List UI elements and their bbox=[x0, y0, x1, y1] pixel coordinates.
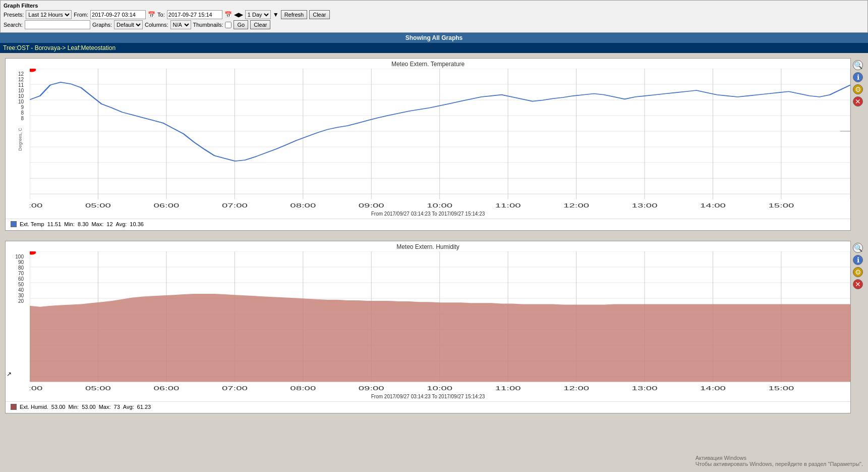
svg-text:06:00: 06:00 bbox=[153, 385, 179, 391]
temperature-current-value: 11.51 bbox=[47, 221, 62, 227]
humidity-graph-sidebar: 🔍 ℹ ⚙ ✕ bbox=[853, 241, 863, 289]
temperature-graph-container: Meteo Extern. Temperature Degrees, C 12 … bbox=[5, 58, 863, 231]
svg-text:06:00: 06:00 bbox=[153, 202, 179, 208]
svg-text:11:00: 11:00 bbox=[495, 385, 521, 391]
temperature-min-value: 8.30 bbox=[78, 221, 88, 227]
svg-rect-0 bbox=[30, 69, 850, 210]
svg-text:04:00: 04:00 bbox=[30, 385, 42, 391]
temperature-max-label: Max: bbox=[91, 221, 103, 227]
humidity-graph-area: 100 90 80 70 60 50 40 30 20 ↗ bbox=[6, 251, 850, 393]
columns-label: Columns: bbox=[145, 22, 168, 28]
search-label: Search: bbox=[4, 22, 23, 28]
svg-text:11:00: 11:00 bbox=[495, 202, 521, 208]
temperature-legend: Ext. Temp 11.51 Min: 8.30 Max: 12 Avg: 1… bbox=[6, 219, 850, 230]
humidity-avg-label: Avg: bbox=[123, 404, 134, 410]
humidity-resize-icon[interactable]: ↗ bbox=[7, 371, 12, 378]
svg-marker-62 bbox=[30, 294, 850, 382]
columns-select[interactable]: N/A bbox=[170, 20, 191, 29]
svg-text:05:00: 05:00 bbox=[85, 385, 111, 391]
humidity-min-value: 53.00 bbox=[82, 404, 96, 410]
svg-text:12:00: 12:00 bbox=[563, 385, 589, 391]
humidity-min-label: Min: bbox=[68, 404, 79, 410]
humidity-x-axis-label: From 2017/09/27 03:14:23 To 2017/09/27 1… bbox=[6, 393, 850, 401]
temperature-avg-label: Avg: bbox=[116, 221, 127, 227]
humidity-graph-panel: Meteo Extern. Humidity 100 90 80 70 60 5… bbox=[5, 241, 851, 413]
svg-text:09:00: 09:00 bbox=[359, 202, 384, 208]
temperature-chart-svg: 04:00 05:00 06:00 07:00 08:00 09:00 10:0… bbox=[30, 69, 850, 210]
svg-text:10:00: 10:00 bbox=[427, 202, 452, 208]
svg-text:07:00: 07:00 bbox=[222, 202, 248, 208]
step-select[interactable]: 1 Day bbox=[245, 10, 271, 19]
humidity-delete-btn[interactable]: ✕ bbox=[853, 279, 863, 289]
svg-text:14:00: 14:00 bbox=[700, 385, 726, 391]
svg-text:04:00: 04:00 bbox=[30, 202, 42, 208]
svg-text:05:00: 05:00 bbox=[85, 202, 111, 208]
clear-button-1[interactable]: Clear bbox=[309, 10, 329, 19]
svg-text:10:00: 10:00 bbox=[427, 385, 452, 391]
temperature-delete-btn[interactable]: ✕ bbox=[853, 96, 863, 107]
humidity-graph-container: Meteo Extern. Humidity 100 90 80 70 60 5… bbox=[5, 241, 863, 413]
from-input[interactable] bbox=[90, 10, 146, 19]
svg-text:14:00: 14:00 bbox=[700, 202, 726, 208]
humidity-current-value: 53.00 bbox=[51, 404, 66, 410]
humidity-zoom-btn[interactable]: 🔍 bbox=[853, 243, 863, 253]
temperature-legend-label: Ext. Temp bbox=[20, 221, 44, 227]
humidity-max-value: 73 bbox=[114, 404, 120, 410]
presets-label: Presets: bbox=[4, 12, 24, 18]
temperature-graph-sidebar: 🔍 ℹ ⚙ ✕ bbox=[853, 58, 863, 107]
humidity-graph-title: Meteo Extern. Humidity bbox=[6, 241, 850, 251]
svg-text:13:00: 13:00 bbox=[632, 385, 658, 391]
humidity-max-label: Max: bbox=[99, 404, 111, 410]
thumbnails-label: Thumbnails: bbox=[193, 22, 223, 28]
humidity-legend: Ext. Humid. 53.00 Min: 53.00 Max: 73 Avg… bbox=[6, 401, 850, 413]
graph-filters-title: Graph Filters bbox=[4, 3, 864, 9]
to-input[interactable] bbox=[167, 10, 222, 19]
humidity-legend-label: Ext. Humid. bbox=[20, 404, 48, 410]
search-input[interactable] bbox=[25, 20, 90, 29]
temperature-y-axis-label: Degrees, C bbox=[18, 128, 23, 151]
showing-all-bar: Showing All Graphs bbox=[0, 33, 868, 43]
humidity-y-axis: 100 90 80 70 60 50 40 30 20 bbox=[6, 251, 26, 317]
temperature-avg-value: 10.36 bbox=[130, 221, 144, 227]
humidity-chart-svg: 04:00 05:00 06:00 07:00 08:00 09:00 10:0… bbox=[30, 251, 850, 393]
temperature-zoom-btn[interactable]: 🔍 bbox=[853, 60, 863, 70]
go-button[interactable]: Go bbox=[234, 20, 248, 29]
temperature-min-label: Min: bbox=[64, 221, 75, 227]
svg-text:15:00: 15:00 bbox=[768, 385, 794, 391]
temperature-max-value: 12 bbox=[106, 221, 112, 227]
svg-text:12:00: 12:00 bbox=[563, 202, 589, 208]
svg-text:15:00: 15:00 bbox=[768, 202, 794, 208]
arrow-icon: ◀▶ bbox=[234, 11, 243, 18]
temperature-graph-area: Degrees, C 12 12 11 10 10 10 9 8 8 bbox=[6, 69, 850, 210]
humidity-info-btn[interactable]: ℹ bbox=[853, 255, 863, 265]
temperature-chart-wrapper[interactable]: 04:00 05:00 06:00 07:00 08:00 09:00 10:0… bbox=[30, 69, 850, 210]
svg-text:07:00: 07:00 bbox=[222, 385, 248, 391]
temperature-y-axis: 12 12 11 10 10 10 9 8 8 bbox=[6, 69, 26, 134]
temperature-x-axis-label: From 2017/09/27 03:14:23 To 2017/09/27 1… bbox=[6, 210, 850, 219]
calendar2-icon[interactable]: 📅 bbox=[224, 11, 232, 18]
graphs-select[interactable]: Default bbox=[114, 20, 143, 29]
humidity-avg-value: 61.23 bbox=[137, 404, 151, 410]
presets-select[interactable]: Last 12 Hours bbox=[26, 10, 72, 19]
calendar-icon[interactable]: 📅 bbox=[148, 11, 155, 18]
refresh-button[interactable]: Refresh bbox=[281, 10, 308, 19]
temperature-legend-color bbox=[11, 221, 17, 227]
temperature-info-btn[interactable]: ℹ bbox=[853, 72, 863, 82]
svg-text:08:00: 08:00 bbox=[290, 202, 316, 208]
graphs-label: Graphs: bbox=[92, 22, 112, 28]
svg-text:09:00: 09:00 bbox=[359, 385, 384, 391]
temperature-graph-title: Meteo Extern. Temperature bbox=[6, 59, 850, 69]
thumbnails-checkbox[interactable] bbox=[225, 22, 232, 28]
to-label: To: bbox=[157, 12, 165, 18]
step-arrow-icon: ▼ bbox=[273, 11, 279, 18]
from-label: From: bbox=[74, 12, 88, 18]
temperature-settings-btn[interactable]: ⚙ bbox=[853, 84, 863, 94]
humidity-legend-color bbox=[11, 404, 17, 410]
main-content: Meteo Extern. Temperature Degrees, C 12 … bbox=[0, 53, 868, 429]
clear-button-2[interactable]: Clear bbox=[250, 20, 270, 29]
humidity-chart-wrapper[interactable]: 04:00 05:00 06:00 07:00 08:00 09:00 10:0… bbox=[30, 251, 850, 393]
tree-leaf-bar: Tree:OST - Borovaya-> Leaf:Meteostation bbox=[0, 43, 868, 53]
temperature-graph-panel: Meteo Extern. Temperature Degrees, C 12 … bbox=[5, 58, 851, 231]
graph-filters-panel: Graph Filters Presets: Last 12 Hours Fro… bbox=[0, 0, 868, 33]
humidity-settings-btn[interactable]: ⚙ bbox=[853, 267, 863, 277]
